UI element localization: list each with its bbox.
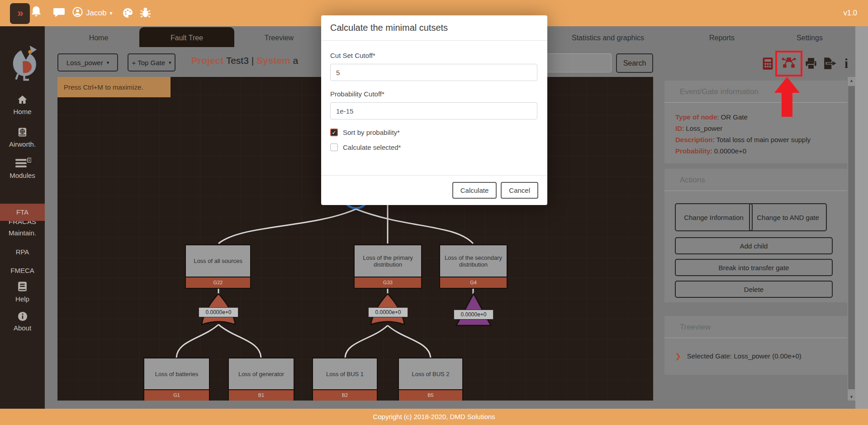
sidebar-item-fta[interactable]: FTA: [0, 204, 45, 221]
card-header: Actions: [664, 169, 847, 191]
home-icon: [17, 99, 28, 106]
sidebar-item-airworthiness[interactable]: Airworth.: [0, 127, 45, 148]
export-file-icon[interactable]: [823, 57, 837, 72]
annotation-arrow-up: [773, 77, 802, 118]
scroll-up-arrow[interactable]: ▲: [848, 77, 855, 84]
sidebar-item-fmeca[interactable]: FMECA: [0, 265, 45, 274]
cut-set-cutoff-label: Cut Set Cutoff*: [330, 52, 538, 59]
selected-gate-text: Selected Gate: Loss_power (0.00e+0): [687, 352, 802, 360]
annotation-highlight-box: [775, 51, 802, 76]
tree-node-g22[interactable]: Loss of all sources G22: [185, 244, 251, 289]
sidebar-item-about[interactable]: About: [0, 311, 45, 332]
sidebar-item-label: About: [0, 324, 45, 332]
calculator-icon[interactable]: [761, 57, 774, 72]
node-label: Loss of BUS 1: [313, 358, 377, 389]
sort-by-probability-row[interactable]: ✓ Sort by probability*: [330, 129, 538, 136]
tab-treeview[interactable]: Treeview: [265, 29, 294, 47]
messages-chat-icon[interactable]: [53, 7, 66, 21]
sidebar-item-label: Airworth.: [0, 140, 45, 148]
airworthiness-book-icon: [17, 131, 28, 139]
node-id: G22: [186, 277, 250, 288]
node-label: Loss of batteries: [144, 358, 209, 389]
change-information-button[interactable]: Change Information: [675, 203, 753, 231]
modal-body: Cut Set Cutoff* Probability Cutoff* ✓ So…: [321, 41, 547, 167]
system-label: System: [256, 55, 290, 66]
bug-report-icon[interactable]: [140, 6, 152, 20]
footer-copyright: Copyright (c) 2018-2020, DMD Solutions: [0, 409, 868, 425]
tree-node-b1[interactable]: Loss of generator B1: [228, 358, 294, 401]
tree-node-g1[interactable]: Loss of batteries G1: [143, 358, 210, 401]
tab-statistics-and-graphics[interactable]: Statistics and graphics: [572, 29, 644, 47]
panel-scrollbar[interactable]: ▲ ▼: [848, 77, 855, 401]
delete-button[interactable]: Delete: [675, 281, 833, 298]
treeview-card: Treeview ❯ Selected Gate: Loss_power (0.…: [664, 316, 847, 375]
notifications-bell-icon[interactable]: [30, 6, 43, 19]
node-label: Loss of generator: [229, 358, 294, 389]
project-name: Test3: [226, 55, 249, 66]
node-id: B5: [399, 389, 462, 401]
node-id: B1: [229, 389, 294, 401]
break-into-transfer-gate-button[interactable]: Break into transfer gate: [675, 259, 833, 276]
info-icon[interactable]: i: [843, 56, 850, 71]
gate-probability-label: 0.0000e+0: [454, 310, 493, 320]
modal-footer: Calculate Cancel: [321, 175, 547, 205]
app-logo: [5, 42, 41, 86]
sidebar-item-modules[interactable]: Modules: [0, 158, 45, 179]
calculate-button[interactable]: Calculate: [452, 182, 497, 199]
card-header: Event/Gate information: [664, 81, 847, 103]
add-child-button[interactable]: Add child: [675, 237, 833, 254]
change-to-and-gate-button[interactable]: Change to AND gate: [749, 203, 827, 231]
tab-fault-tree[interactable]: Fault Tree: [171, 29, 203, 47]
tree-node-g4[interactable]: Loss of the secondary distribution G4: [439, 244, 508, 289]
project-label: Project: [191, 55, 223, 66]
info-row: IDLoss_power: [675, 123, 811, 134]
tree-node-g33[interactable]: Loss of the primary distribution G33: [354, 244, 422, 289]
scrollbar-thumb[interactable]: [848, 86, 855, 389]
sidebar-item-label: RPA: [0, 248, 45, 256]
card-header: Treeview: [664, 316, 847, 338]
print-icon[interactable]: [805, 57, 817, 72]
sidebar-item-maintain[interactable]: Maintain.: [0, 228, 45, 237]
add-top-gate-dropdown[interactable]: + Top Gate ▾: [128, 53, 175, 72]
info-circle-icon: [18, 315, 28, 323]
info-rows: Type of nodeOR Gate IDLoss_power Descrip…: [675, 111, 811, 157]
probability-cutoff-label: Probability Cutoff*: [330, 90, 538, 98]
node-id: G4: [440, 277, 507, 288]
cut-set-cutoff-input[interactable]: [330, 64, 537, 81]
calculate-selected-checkbox[interactable]: [330, 143, 338, 151]
user-name: Jacob: [86, 9, 106, 18]
system-name: a: [293, 55, 299, 66]
modules-menu-icon: [14, 162, 31, 170]
node-label: Loss of the primary distribution: [355, 245, 421, 277]
sort-by-probability-checkbox[interactable]: ✓: [330, 129, 338, 136]
checkbox-label: Sort by probability*: [343, 129, 400, 136]
actions-card: Actions Change Information Change to AND…: [664, 169, 847, 302]
sidebar-item-home[interactable]: Home: [0, 94, 45, 115]
tab-reports[interactable]: Reports: [709, 29, 735, 47]
sidebar-item-label: Modules: [0, 172, 45, 179]
sidebar-item-help[interactable]: Help: [0, 281, 45, 303]
node-id: B2: [313, 389, 377, 401]
tab-settings[interactable]: Settings: [797, 29, 823, 47]
calculate-selected-row[interactable]: Calculate selected*: [330, 143, 538, 151]
node-label: Loss of all sources: [186, 245, 250, 277]
search-button[interactable]: Search: [616, 53, 653, 73]
node-label: Loss of BUS 2: [399, 358, 462, 389]
title-separator: |: [251, 55, 254, 66]
gate-selector-value: Loss_power: [66, 59, 103, 67]
user-menu[interactable]: Jacob ▾: [72, 0, 112, 26]
probability-cutoff-input[interactable]: [330, 102, 537, 119]
tree-node-b5[interactable]: Loss of BUS 2 B5: [398, 358, 463, 401]
tree-node-b2[interactable]: Loss of BUS 1 B2: [312, 358, 378, 401]
sidebar-item-label: FTA: [16, 208, 28, 216]
theme-palette-icon[interactable]: [123, 8, 135, 21]
node-id: G33: [355, 277, 421, 288]
treeview-selected-gate[interactable]: ❯ Selected Gate: Loss_power (0.00e+0): [675, 352, 802, 360]
gate-selector-dropdown[interactable]: Loss_power ▾: [57, 53, 118, 72]
tab-home[interactable]: Home: [89, 29, 109, 47]
caret-down-icon: ▾: [109, 10, 112, 16]
cancel-button[interactable]: Cancel: [501, 182, 538, 199]
sidebar-collapse-button[interactable]: »: [10, 3, 30, 24]
scroll-down-arrow[interactable]: ▼: [848, 393, 855, 401]
sidebar-item-rpa[interactable]: RPA: [0, 247, 45, 256]
